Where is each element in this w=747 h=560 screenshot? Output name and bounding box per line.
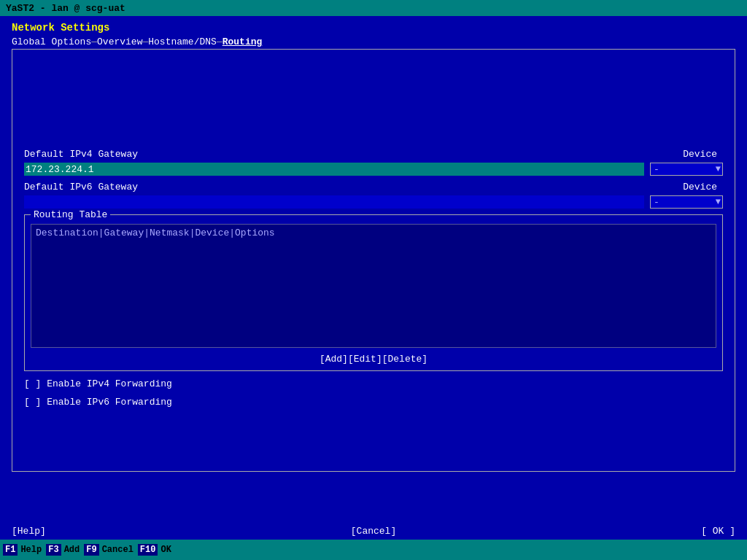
tab-routing[interactable]: Routing — [222, 36, 263, 47]
ipv4-gateway-row: Default IPv4 Gateway Device — [24, 149, 723, 160]
ipv6-gateway-row: Default IPv6 Gateway Device — [24, 182, 723, 192]
ipv4-forwarding-row: [ ] Enable IPv4 Forwarding — [24, 378, 723, 389]
ipv6-forwarding-row: [ ] Enable IPv6 Forwarding — [24, 397, 723, 408]
title-bar: YaST2 - lan @ scg-uat — [0, 0, 747, 16]
cancel-button[interactable]: [Cancel] — [351, 526, 396, 537]
ipv6-device-dropdown-wrapper: - eth0 eth1 ▼ — [650, 195, 723, 209]
delete-button[interactable]: [Delete] — [382, 354, 427, 365]
fkey-f10[interactable]: F10 OK — [138, 544, 174, 556]
ipv6-forwarding-checkbox-display[interactable]: [ ] Enable IPv6 Forwarding — [24, 397, 172, 408]
ipv6-gateway-label: Default IPv6 Gateway — [24, 182, 170, 192]
ok-button[interactable]: [ OK ] — [701, 526, 735, 537]
routing-table-content[interactable]: Destination|Gateway|Netmask|Device|Optio… — [31, 224, 716, 348]
edit-button[interactable]: [Edit] — [348, 354, 382, 365]
main-content: Network Settings Global Options — Overvi… — [0, 16, 747, 516]
ipv6-device-label: Device — [683, 182, 717, 192]
routing-table-legend: Routing Table — [31, 209, 110, 220]
ipv4-device-label: Device — [683, 149, 717, 160]
add-button[interactable]: [Add] — [320, 354, 348, 365]
routing-table-section: Routing Table Destination|Gateway|Netmas… — [24, 214, 723, 371]
tab-overview[interactable]: Overview — [97, 36, 142, 47]
ipv6-gateway-input[interactable] — [24, 195, 644, 209]
routing-table-header: Destination|Gateway|Netmask|Device|Optio… — [36, 228, 711, 238]
title-text: YaST2 - lan @ scg-uat — [6, 3, 125, 14]
fkey-bar: F1 Help F3 Add F9 Cancel F10 OK — [0, 540, 747, 560]
ipv4-device-select[interactable]: - eth0 eth1 — [651, 164, 722, 175]
ipv6-fields-row: - eth0 eth1 ▼ — [24, 195, 723, 209]
ipv4-gateway-label: Default IPv4 Gateway — [24, 149, 170, 160]
ipv6-device-select[interactable]: - eth0 eth1 — [651, 197, 722, 208]
fkey-f9[interactable]: F9 Cancel — [84, 544, 136, 556]
tab-global-options[interactable]: Global Options — [12, 36, 91, 47]
ipv4-fields-row: - eth0 eth1 ▼ — [24, 163, 723, 176]
action-buttons-row: [Add][Edit][Delete] — [31, 354, 716, 365]
bottom-bar: [Help] [Cancel] [ OK ] — [0, 523, 747, 540]
ipv4-gateway-input[interactable] — [24, 163, 644, 176]
fkey-f1[interactable]: F1 Help — [3, 544, 44, 556]
settings-panel: Default IPv4 Gateway Device - eth0 eth1 … — [12, 49, 735, 472]
tab-hostname-dns[interactable]: Hostname/DNS — [148, 36, 217, 47]
page-heading: Network Settings — [12, 22, 735, 34]
help-button[interactable]: [Help] — [12, 526, 46, 537]
tabs-row: Global Options — Overview — Hostname/DNS… — [12, 36, 735, 47]
ipv4-forwarding-checkbox-display[interactable]: [ ] Enable IPv4 Forwarding — [24, 378, 172, 389]
fkey-f3[interactable]: F3 Add — [46, 544, 82, 556]
ipv4-device-dropdown-wrapper: - eth0 eth1 ▼ — [650, 163, 723, 176]
